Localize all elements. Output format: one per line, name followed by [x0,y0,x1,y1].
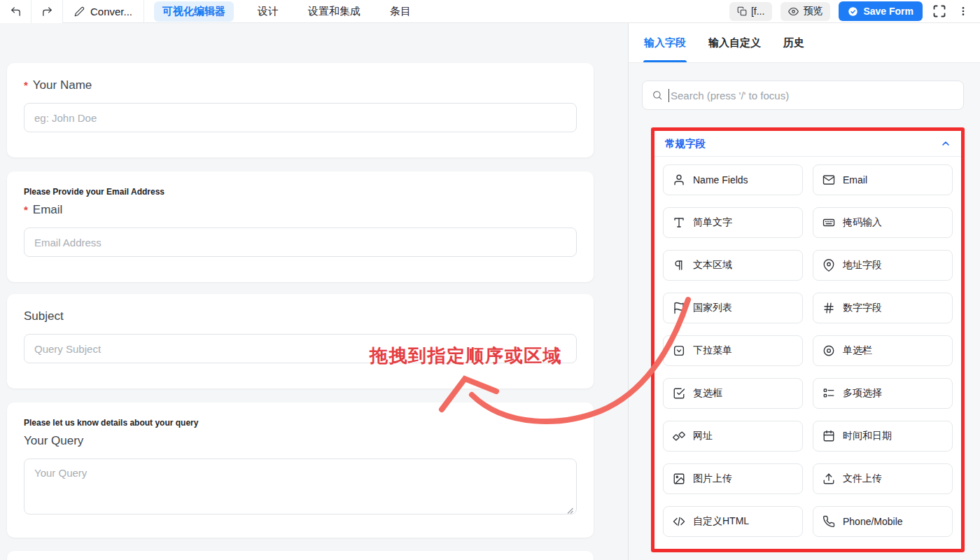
form-canvas: * Your Name Please Provide your Email Ad… [0,23,628,560]
editor-tabs: 可视化编辑器 设计 设置和集成 条目 [154,1,416,22]
tab-visual-editor[interactable]: 可视化编辑器 [154,1,234,22]
undo-icon [10,6,22,18]
field-item-label: 网址 [693,430,713,442]
field-item-country-list[interactable]: 国家列表 [663,293,803,323]
general-fields-panel: 常规字段 Name Fields Email 简单文字 掩码输入 [651,127,965,552]
field-item-label: Name Fields [693,174,748,186]
code-icon [673,515,685,528]
redo-icon [41,6,53,18]
dropdown-icon [673,344,685,357]
redo-button[interactable] [31,0,63,23]
field-item-name-fields[interactable]: Name Fields [663,164,803,195]
field-search[interactable] [642,80,964,110]
fullscreen-icon [932,4,946,18]
field-item-label: 自定义HTML [693,515,749,528]
your-query-textarea[interactable] [24,458,577,514]
general-fields-header[interactable]: 常规字段 [654,131,961,157]
search-icon [652,90,663,101]
admin-field-label: Please Provide your Email Address [24,187,577,197]
link-icon [673,430,685,442]
field-item-label: 文本区域 [693,259,732,272]
user-icon [673,174,685,186]
annotation-text: 拖拽到指定顺序或区域 [370,344,562,368]
check-circle-icon [848,6,858,17]
field-item-phone[interactable]: Phone/Mobile [813,506,953,537]
resize-handle-icon[interactable] [567,507,573,514]
chevron-up-icon[interactable] [940,138,951,149]
field-item-label: Phone/Mobile [843,516,903,527]
field-label-text: Your Query [24,434,83,448]
field-item-image-upload[interactable]: 图片上传 [663,463,803,494]
tab-settings-integrations[interactable]: 设置和集成 [302,1,366,22]
field-item-custom-html[interactable]: 自定义HTML [663,506,803,537]
field-item-textarea[interactable]: 文本区域 [663,250,803,281]
text-caret [668,89,669,102]
field-item-label: 复选框 [693,387,722,400]
more-menu-button[interactable] [956,4,970,19]
field-item-simple-text[interactable]: 简单文字 [663,207,803,238]
field-item-label: 国家列表 [693,302,732,314]
field-item-radio[interactable]: 单选栏 [813,335,953,366]
tab-history[interactable]: 历史 [783,23,805,62]
field-item-checkbox[interactable]: 复选框 [663,378,803,409]
form-field-card-partial[interactable] [7,551,594,560]
fullscreen-button[interactable] [931,3,948,20]
field-item-label: 单选栏 [843,344,872,357]
field-item-mask-input[interactable]: 掩码输入 [813,207,953,238]
admin-field-label: Please let us know details about your qu… [24,418,577,428]
undo-button[interactable] [0,0,31,23]
form-title[interactable]: Conver... [63,0,144,23]
checkbox-icon [673,387,685,400]
your-name-input[interactable] [24,103,577,132]
field-item-label: 数字字段 [843,302,882,314]
text-input-icon [673,216,685,229]
field-item-label: 文件上传 [843,472,882,485]
form-field-card-subject[interactable]: Subject [7,294,594,388]
search-input[interactable] [671,90,954,102]
form-field-card-email[interactable]: Please Provide your Email Address * Emai… [7,172,594,282]
pencil-icon [74,6,85,17]
field-item-label: 时间和日期 [843,430,892,442]
field-item-label: 下拉菜单 [693,344,732,357]
tab-design[interactable]: 设计 [252,1,284,22]
field-label: * Email [24,203,577,217]
shortcode-label: [f... [751,6,764,17]
field-label-text: Subject [24,309,64,323]
field-item-numeric[interactable]: 数字字段 [813,293,953,323]
tab-input-fields[interactable]: 输入字段 [643,23,687,62]
field-item-label: 多项选择 [843,387,882,400]
field-item-address[interactable]: 地址字段 [813,250,953,281]
field-item-label: 简单文字 [693,216,732,229]
field-item-multi-select[interactable]: 多项选择 [813,378,953,409]
save-form-label: Save Form [863,6,913,17]
form-field-card-your-name[interactable]: * Your Name [7,63,594,158]
paragraph-icon [673,259,685,272]
tab-entries[interactable]: 条目 [384,1,416,22]
field-item-dropdown[interactable]: 下拉菜单 [663,335,803,366]
shortcode-button[interactable]: [f... [729,2,772,21]
field-item-label: 图片上传 [693,472,732,485]
field-label: Your Query [24,434,577,448]
hash-icon [822,302,835,314]
field-item-datetime[interactable]: 时间和日期 [813,421,953,451]
field-item-email[interactable]: Email [813,164,953,195]
email-input[interactable] [24,227,577,257]
required-mark: * [24,204,28,216]
form-title-text: Conver... [90,6,132,18]
preview-button[interactable]: 预览 [780,2,830,21]
keyboard-icon [822,216,835,229]
field-item-file-upload[interactable]: 文件上传 [813,463,953,494]
kebab-menu-icon [958,5,969,18]
field-label-text: Your Name [33,78,92,92]
form-field-card-your-query[interactable]: Please let us know details about your qu… [7,402,594,538]
field-label: Subject [24,309,577,323]
map-pin-icon [822,259,835,272]
field-item-url[interactable]: 网址 [663,421,803,451]
save-form-button[interactable]: Save Form [839,1,923,21]
flag-icon [673,302,685,314]
top-toolbar: Conver... 可视化编辑器 设计 设置和集成 条目 [f... 预览 Sa… [0,0,980,23]
field-label-text: Email [33,203,63,217]
tab-input-customization[interactable]: 输入自定义 [708,23,762,62]
field-label: * Your Name [24,78,577,92]
envelope-icon [822,174,835,186]
